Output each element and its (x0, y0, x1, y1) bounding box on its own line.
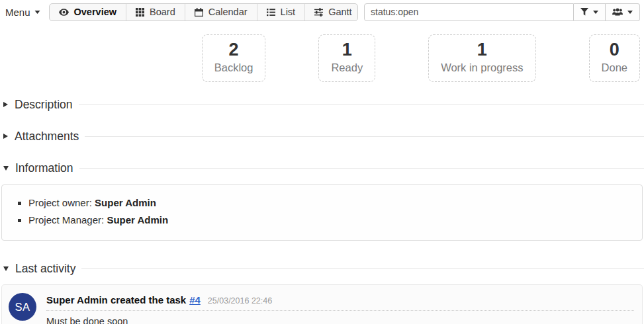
summary-box-backlog[interactable]: 2 Backlog (202, 34, 266, 82)
done-count: 0 (602, 40, 627, 60)
funnel-icon (580, 8, 588, 16)
sliders-icon (314, 8, 323, 17)
toolbar: Menu Overview Board (0, 0, 644, 22)
list-item: Project owner: Super Admin (28, 194, 635, 212)
activity-title: Super Admin created the task #4 25/03/20… (46, 294, 634, 311)
tab-label: Overview (74, 7, 117, 17)
tab-label: Board (150, 7, 175, 17)
project-manager-value: Super Admin (107, 214, 168, 225)
section-title: Description (15, 99, 73, 110)
section-title: Last activity (15, 263, 75, 274)
collapsed-triangle-icon (3, 102, 8, 107)
work-in-progress-label: Work in progress (441, 61, 523, 74)
information-list: Project owner: Super Admin Project Manag… (9, 194, 635, 229)
project-owner-value: Super Admin (95, 197, 156, 208)
section-title: Information (15, 162, 73, 174)
activity-content: Super Admin created the task #4 25/03/20… (46, 293, 634, 324)
users-icon (612, 8, 623, 16)
tab-label: List (281, 7, 296, 17)
collapsed-triangle-icon (3, 134, 8, 139)
project-manager-label: Project Manager: (28, 214, 107, 225)
ready-label: Ready (331, 61, 363, 74)
task-link[interactable]: #4 (189, 294, 201, 305)
done-label: Done (602, 61, 627, 74)
caret-down-icon (34, 11, 40, 14)
activity-comment: Must be done soon (46, 316, 634, 324)
list-item: Project Manager: Super Admin (28, 212, 635, 229)
work-in-progress-count: 1 (441, 40, 523, 60)
expanded-triangle-icon (3, 266, 9, 271)
search-group (364, 3, 640, 21)
section-header-description[interactable]: Description (3, 99, 644, 110)
list-icon (267, 8, 275, 17)
tab-label: Calendar (208, 7, 248, 17)
tab-gantt[interactable]: Gantt (304, 4, 358, 20)
avatar: SA (9, 293, 36, 321)
tab-board[interactable]: Board (126, 4, 185, 20)
users-dropdown-button[interactable] (606, 3, 640, 21)
activity-event: SA Super Admin created the task #4 25/03… (1, 284, 643, 324)
menu-dropdown[interactable]: Menu (5, 7, 40, 18)
ready-count: 1 (331, 40, 363, 60)
menu-label: Menu (5, 7, 30, 18)
filter-dropdown-button[interactable] (574, 3, 606, 21)
tab-list[interactable]: List (257, 4, 305, 20)
backlog-label: Backlog (214, 61, 253, 74)
project-owner-label: Project owner: (28, 197, 95, 208)
calendar-icon (195, 8, 203, 17)
column-summary-row: 2 Backlog 1 Ready 1 Work in progress 0 D… (0, 34, 644, 82)
summary-box-ready[interactable]: 1 Ready (318, 34, 375, 82)
section-header-information[interactable]: Information (3, 162, 644, 174)
tab-label: Gantt (328, 7, 351, 17)
eye-icon (59, 9, 69, 16)
activity-title-text: Super Admin created the task (46, 294, 186, 305)
tab-overview[interactable]: Overview (50, 4, 126, 20)
caret-down-icon (627, 11, 633, 14)
tab-calendar[interactable]: Calendar (185, 4, 257, 20)
caret-down-icon (593, 11, 598, 14)
search-input[interactable] (364, 3, 574, 21)
project-overview-page: Menu Overview Board (0, 0, 644, 324)
section-header-attachments[interactable]: Attachments (3, 130, 644, 142)
summary-box-work-in-progress[interactable]: 1 Work in progress (428, 34, 535, 82)
section-header-last-activity[interactable]: Last activity (3, 263, 644, 274)
grid-icon (136, 8, 144, 17)
activity-timestamp: 25/03/2016 22:46 (208, 296, 272, 305)
view-switcher: Overview Board Calendar List (49, 3, 358, 21)
expanded-triangle-icon (3, 166, 9, 171)
section-title: Attachments (15, 130, 79, 142)
information-panel: Project owner: Super Admin Project Manag… (1, 184, 643, 241)
backlog-count: 2 (214, 40, 253, 60)
summary-box-done[interactable]: 0 Done (589, 34, 640, 82)
